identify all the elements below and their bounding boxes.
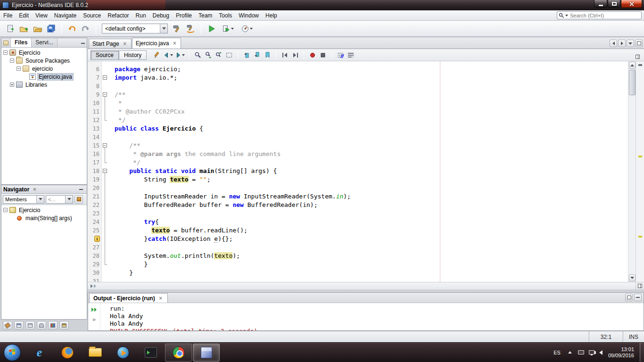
- build-project-button[interactable]: [171, 22, 183, 35]
- tab-servi[interactable]: Servi...: [32, 38, 57, 47]
- editor-tab-start-page[interactable]: Start Page×: [89, 39, 132, 49]
- scroll-tabs-left-button[interactable]: [610, 40, 617, 47]
- minimize-button[interactable]: [594, 0, 607, 8]
- clean-build-project-button[interactable]: [184, 22, 197, 35]
- scroll-tabs-right-button[interactable]: [618, 40, 626, 47]
- code-line[interactable]: * @param args the command line arguments: [115, 150, 628, 158]
- code-line[interactable]: texto = buffer.readLine();: [115, 226, 628, 235]
- run-project-button[interactable]: [205, 22, 218, 35]
- line-number[interactable]: 22: [88, 201, 101, 209]
- line-number[interactable]: 21: [88, 192, 101, 201]
- navigator-filter-button[interactable]: [74, 195, 83, 204]
- open-project-button[interactable]: [31, 22, 44, 35]
- quick-search[interactable]: [557, 11, 642, 19]
- combo-arrow-icon[interactable]: [160, 24, 167, 33]
- output-lines[interactable]: run:Hola AndyHola AndyBUILD SUCCESSFUL (…: [100, 303, 644, 330]
- insert-mode-indicator[interactable]: INS: [623, 331, 644, 342]
- clock[interactable]: 13:01 09/09/2016: [603, 346, 640, 359]
- comment-button[interactable]: [336, 50, 345, 60]
- tree-item-ejercicio[interactable]: Ejercicio: [1, 206, 87, 214]
- menu-help[interactable]: Help: [262, 11, 281, 20]
- line-number[interactable]: 29: [88, 260, 101, 269]
- line-number[interactable]: 25: [88, 226, 101, 235]
- code-line[interactable]: public class Ejercicio {: [115, 124, 628, 133]
- error-stripe[interactable]: [636, 61, 644, 282]
- output-line[interactable]: run:: [110, 305, 644, 313]
- tab-list-button[interactable]: [627, 40, 634, 47]
- members-view-combobox[interactable]: Members: [3, 195, 44, 204]
- taskbar-button-media-player[interactable]: [109, 344, 136, 362]
- taskbar-button-explorer[interactable]: [82, 344, 108, 362]
- menu-refactor[interactable]: Refactor: [104, 11, 132, 20]
- code-line[interactable]: InputStreamReader in = new InputStreamRe…: [115, 192, 628, 201]
- maximize-editor-button[interactable]: [635, 40, 643, 47]
- taskbar-button-internet-explorer[interactable]: e: [26, 344, 53, 362]
- code-line[interactable]: }: [115, 260, 628, 269]
- code-line[interactable]: * @author CC02PCxx: [115, 107, 628, 116]
- scrollbar-thumb[interactable]: [629, 70, 636, 95]
- start-macro-recording-button[interactable]: [308, 50, 317, 60]
- line-number[interactable]: 23: [88, 209, 101, 218]
- code-line[interactable]: BufferedReader buffer = new BufferedRead…: [115, 201, 628, 209]
- code-line[interactable]: /**: [115, 141, 628, 150]
- debug-project-button[interactable]: [219, 22, 237, 35]
- undo-button[interactable]: [66, 22, 78, 35]
- find-selection-button[interactable]: [193, 50, 203, 60]
- debug-dropdown-icon[interactable]: [231, 28, 234, 30]
- code-line[interactable]: /**: [115, 90, 628, 99]
- close-tab-icon[interactable]: ×: [122, 41, 128, 47]
- back-history-icon[interactable]: [170, 54, 173, 56]
- expand-icon[interactable]: [10, 82, 14, 87]
- code-line[interactable]: String texto = "";: [115, 175, 628, 184]
- code-editor[interactable]: 6789101112131415161718192021222324252728…: [88, 61, 628, 282]
- warning-stripe-mark[interactable]: [638, 236, 642, 238]
- minimize-output-button[interactable]: [634, 294, 642, 301]
- next-bookmark-button[interactable]: [252, 50, 262, 60]
- close-button[interactable]: [621, 0, 642, 8]
- line-number[interactable]: 6: [88, 65, 101, 74]
- start-button[interactable]: [4, 344, 21, 361]
- minimized-window-button-4[interactable]: [37, 321, 46, 329]
- output-line[interactable]: Hola Andy: [110, 313, 644, 320]
- tree-item-main-string-args[interactable]: main(String[] args): [1, 214, 87, 222]
- menu-source[interactable]: Source: [80, 11, 104, 20]
- stop-macro-recording-button[interactable]: [318, 50, 328, 60]
- line-number[interactable]: 12: [88, 116, 101, 124]
- breadcrumb-expand-icon[interactable]: [91, 284, 93, 288]
- show-desktop-button[interactable]: [640, 343, 644, 362]
- output-line[interactable]: Hola Andy: [110, 320, 644, 328]
- tree-item-ejercicio-java[interactable]: Ejercicio.java: [1, 73, 87, 81]
- output-tab[interactable]: Output - Ejercicio (run) ×: [89, 293, 168, 303]
- line-number[interactable]: 10: [88, 99, 101, 107]
- line-number[interactable]: 19: [88, 175, 101, 184]
- code-line[interactable]: System.out.println(texto);: [115, 252, 628, 260]
- split-document-button[interactable]: [633, 51, 642, 62]
- line-number[interactable]: 27: [88, 243, 101, 252]
- volume-icon[interactable]: [599, 350, 603, 355]
- menu-profile[interactable]: Profile: [173, 11, 195, 20]
- new-file-button[interactable]: [4, 22, 17, 35]
- config-combobox[interactable]: <default config>: [102, 24, 168, 33]
- redo-button[interactable]: [79, 22, 92, 35]
- menu-view[interactable]: View: [32, 11, 51, 20]
- shift-line-left-button[interactable]: [280, 50, 289, 60]
- combo-arrow-icon[interactable]: [36, 196, 44, 203]
- filter-pattern-combobox[interactable]: <...: [46, 195, 73, 204]
- code-line[interactable]: */: [115, 116, 628, 124]
- code-line[interactable]: package ejercicio;: [115, 65, 628, 74]
- code-line[interactable]: [115, 277, 628, 282]
- language-indicator[interactable]: ES: [550, 350, 564, 355]
- find-previous-occurrence-button[interactable]: [214, 50, 223, 60]
- line-number[interactable]: 31: [88, 277, 101, 282]
- line-number[interactable]: 20: [88, 184, 101, 192]
- last-edit-location-button[interactable]: [152, 50, 162, 60]
- close-output-tab-icon[interactable]: ×: [158, 296, 164, 301]
- find-next-occurrence-button[interactable]: [204, 50, 213, 60]
- line-number[interactable]: 9: [88, 90, 101, 99]
- line-number[interactable]: 28: [88, 252, 101, 260]
- menu-edit[interactable]: Edit: [16, 11, 32, 20]
- editor-corner-button[interactable]: [636, 282, 644, 289]
- toggle-rectangular-selection-button[interactable]: [224, 50, 234, 60]
- view-button-history[interactable]: History: [119, 50, 147, 60]
- line-number[interactable]: 11: [88, 107, 101, 116]
